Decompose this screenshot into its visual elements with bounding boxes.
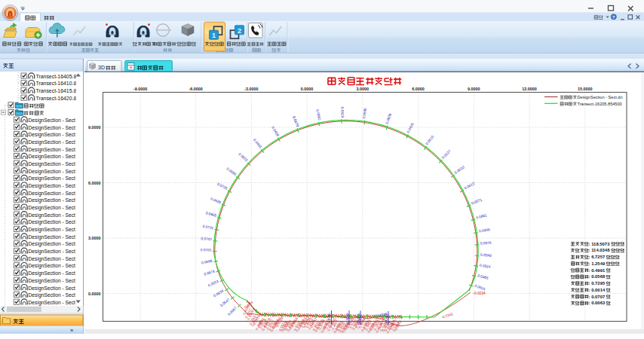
svg-text:: 118.5073: : 118.5073 bbox=[589, 242, 611, 246]
svg-text:9.0000: 9.0000 bbox=[88, 125, 101, 130]
svg-text:: 0.0063: : 0.0063 bbox=[589, 301, 606, 305]
svg-text:-0.6518: -0.6518 bbox=[345, 313, 349, 324]
svg-text:-0.7295: -0.7295 bbox=[327, 313, 331, 324]
svg-text:DesignSection - Sect: DesignSection - Sect bbox=[29, 191, 76, 197]
svg-text:DesignSection - Sect: DesignSection - Sect bbox=[29, 234, 76, 240]
svg-text:12.0000: 12.0000 bbox=[522, 87, 537, 91]
svg-text:DesignSection - Sect: DesignSection - Sect bbox=[29, 205, 76, 211]
svg-text:: 0.7295: : 0.7295 bbox=[589, 281, 606, 286]
svg-text:9.0000: 9.0000 bbox=[468, 87, 480, 91]
svg-text:DesignSection - Sect: DesignSection - Sect bbox=[29, 197, 76, 203]
svg-text:0.0576: 0.0576 bbox=[480, 241, 492, 246]
svg-text:DesignSection - Sect: DesignSection - Sect bbox=[29, 270, 76, 276]
svg-text:0.0000: 0.0000 bbox=[301, 87, 314, 91]
svg-text:: 0.4991: : 0.4991 bbox=[589, 268, 606, 273]
svg-text:DesignSection - Sect: DesignSection - Sect bbox=[29, 212, 76, 218]
svg-text:6.0000: 6.0000 bbox=[88, 181, 101, 185]
svg-text:DesignSection - Sect: DesignSection - Sect bbox=[29, 169, 76, 175]
svg-text:DesignSection - Sect: DesignSection - Sect bbox=[29, 300, 76, 306]
svg-text:15.0000: 15.0000 bbox=[578, 87, 593, 91]
svg-text:DesignSection - Sect: DesignSection - Sect bbox=[29, 256, 76, 262]
svg-text:-0.0034: -0.0034 bbox=[474, 292, 486, 295]
svg-text:DesignSection - Sect: DesignSection - Sect bbox=[29, 118, 76, 124]
svg-text:0.0000: 0.0000 bbox=[88, 292, 101, 296]
svg-text:: 6.7257: : 6.7257 bbox=[589, 255, 606, 259]
svg-text:-0.6921: -0.6921 bbox=[357, 313, 360, 324]
svg-text:0.0765: 0.0765 bbox=[201, 248, 212, 252]
svg-text:»: » bbox=[70, 327, 73, 334]
svg-text:DesignSection - Sect: DesignSection - Sect bbox=[29, 286, 76, 292]
svg-text:DesignSection - Sect: DesignSection - Sect bbox=[29, 227, 76, 233]
svg-text:DesignSection - Sect: DesignSection - Sect bbox=[29, 278, 76, 284]
svg-text:DesignSection - Sect: DesignSection - Sect bbox=[29, 176, 76, 182]
svg-text:0.0616: 0.0616 bbox=[340, 107, 345, 118]
svg-text:Transect-16205.854500: Transect-16205.854500 bbox=[578, 102, 622, 106]
svg-text:DesignSection - Sect: DesignSection - Sect bbox=[29, 249, 76, 255]
svg-text:DesignSection - Sect: DesignSection - Sect bbox=[29, 161, 76, 167]
svg-text:: 0.0014: : 0.0014 bbox=[589, 288, 606, 292]
svg-text:Transect-16410.85: Transect-16410.85 bbox=[36, 81, 80, 86]
svg-text:DesignSection - Sect: DesignSection - Sect bbox=[29, 241, 76, 247]
svg-text:DesignSection - Sect: DesignSection - Sect bbox=[29, 154, 76, 160]
svg-text:1: 1 bbox=[212, 32, 216, 39]
svg-text:2: 2 bbox=[238, 27, 241, 35]
svg-text:: 1.2549: : 1.2549 bbox=[589, 261, 606, 266]
svg-text:DesignSection - Sect: DesignSection - Sect bbox=[29, 292, 76, 298]
svg-text:Transect-16405.85: Transect-16405.85 bbox=[36, 74, 80, 79]
svg-text:DesignSection - Sect: DesignSection - Sect bbox=[29, 183, 76, 189]
svg-text:DesignSection - Sect.dn: DesignSection - Sect.dn bbox=[578, 95, 623, 99]
svg-text:3.0000: 3.0000 bbox=[88, 236, 101, 240]
svg-text:-3.0000: -3.0000 bbox=[244, 87, 258, 91]
svg-text:: 114.0348: : 114.0348 bbox=[589, 248, 611, 252]
svg-text:: 0.0707: : 0.0707 bbox=[589, 295, 606, 299]
svg-text:DesignSection - Sect: DesignSection - Sect bbox=[29, 219, 76, 225]
svg-text:DesignSection - Sect: DesignSection - Sect bbox=[29, 139, 76, 145]
svg-text:-6.0000: -6.0000 bbox=[189, 87, 203, 91]
svg-text:DesignSection - Sect: DesignSection - Sect bbox=[29, 125, 76, 131]
svg-text:-9.0000: -9.0000 bbox=[133, 87, 147, 91]
svg-text:Transect-16415.85: Transect-16415.85 bbox=[36, 88, 80, 93]
svg-text:Transect-16420.85: Transect-16420.85 bbox=[36, 96, 80, 101]
svg-text:DesignSection - Sect: DesignSection - Sect bbox=[29, 263, 76, 269]
svg-text:6.0000: 6.0000 bbox=[412, 87, 425, 91]
svg-text:: 0.0568: : 0.0568 bbox=[589, 274, 606, 279]
svg-text:DesignSection - Sect: DesignSection - Sect bbox=[29, 132, 76, 138]
svg-text:DesignSection - Sect: DesignSection - Sect bbox=[29, 147, 76, 153]
svg-text:3.0000: 3.0000 bbox=[357, 87, 370, 91]
svg-text:0.0549: 0.0549 bbox=[480, 253, 492, 258]
svg-text:3D: 3D bbox=[98, 65, 105, 70]
